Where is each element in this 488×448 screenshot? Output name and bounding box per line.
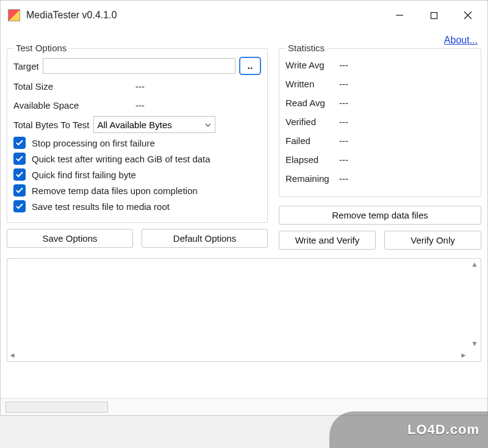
stat-label: Read Avg (285, 98, 339, 108)
stat-value: --- (339, 117, 348, 127)
scroll-up-icon: ▲ (471, 260, 478, 269)
scroll-left-icon: ◄ (9, 351, 16, 359)
output-area: ▲ ▼ ◄ ► (7, 258, 481, 362)
checkbox-label: Save test results file to media root (32, 201, 170, 212)
title-bar: MediaTester v0.4.1.0 (1, 1, 487, 30)
checkbox-label: Quick find first failing byte (32, 170, 136, 180)
vertical-scrollbar[interactable]: ▲ ▼ (468, 259, 481, 349)
close-button[interactable] (451, 3, 485, 27)
stat-value: --- (339, 60, 348, 70)
browse-button[interactable]: .. (239, 57, 261, 75)
stat-row: Verified --- (285, 114, 475, 129)
chevron-down-icon (205, 120, 211, 129)
checkbox-icon (13, 137, 26, 149)
stat-label: Elapsed (285, 154, 339, 165)
default-options-button[interactable]: Default Options (142, 229, 268, 248)
checkbox-icon (13, 153, 26, 165)
svg-rect-1 (431, 12, 437, 18)
statistics-group: Statistics Write Avg --- Written --- Rea… (279, 48, 481, 197)
stat-label: Written (285, 79, 339, 89)
left-column: Test Options Target .. Total Size --- Av… (7, 48, 268, 250)
app-window: MediaTester v0.4.1.0 About... Test Optio… (0, 0, 488, 416)
stat-row: Write Avg --- (285, 57, 475, 73)
output-content[interactable] (7, 259, 468, 349)
target-label: Target (13, 61, 39, 71)
about-link[interactable]: About... (444, 35, 478, 46)
test-options-group: Test Options Target .. Total Size --- Av… (7, 48, 268, 223)
stat-row: Elapsed --- (285, 151, 475, 167)
checkbox-label: Quick test after writing each GiB of tes… (32, 154, 210, 164)
target-input[interactable] (43, 58, 235, 74)
window-title: MediaTester v0.4.1.0 (26, 10, 382, 21)
stat-label: Remaining (285, 173, 339, 184)
stat-row: Remaining --- (285, 170, 475, 186)
stat-value: --- (339, 79, 348, 89)
checkbox-icon (13, 184, 26, 197)
stat-label: Verified (285, 117, 339, 127)
checkbox-label: Remove temp data files upon completion (32, 186, 198, 196)
stat-value: --- (339, 173, 348, 184)
minimize-button[interactable] (382, 3, 417, 27)
stat-label: Write Avg (285, 60, 339, 70)
stat-row: Read Avg --- (285, 95, 475, 110)
remove-temp-button[interactable]: Remove temp data files (279, 206, 481, 225)
verify-only-button[interactable]: Verify Only (384, 231, 481, 250)
stat-value: --- (339, 154, 348, 165)
checkbox-row[interactable]: Save test results file to media root (13, 200, 261, 212)
save-options-button[interactable]: Save Options (7, 229, 133, 248)
watermark: LO4D.com (329, 411, 488, 448)
scroll-down-icon: ▼ (471, 339, 478, 348)
scroll-right-icon: ► (460, 351, 467, 359)
maximize-button[interactable] (417, 3, 451, 27)
available-space-value: --- (135, 100, 145, 110)
stat-row: Failed --- (285, 132, 475, 148)
app-icon (8, 9, 20, 21)
checkbox-row[interactable]: Stop processing on first failure (13, 137, 261, 149)
total-size-value: --- (135, 81, 145, 92)
stat-value: --- (339, 98, 348, 108)
stat-row: Written --- (285, 76, 475, 92)
checkbox-row[interactable]: Remove temp data files upon completion (13, 184, 261, 197)
right-column: Statistics Write Avg --- Written --- Rea… (279, 48, 481, 250)
status-well (5, 402, 108, 413)
write-verify-button[interactable]: Write and Verify (279, 231, 376, 250)
horizontal-scrollbar[interactable]: ◄ ► (7, 349, 468, 361)
checkbox-row[interactable]: Quick test after writing each GiB of tes… (13, 153, 261, 165)
checkbox-row[interactable]: Quick find first failing byte (13, 168, 261, 181)
checkbox-icon (13, 168, 26, 181)
checkbox-icon (13, 200, 26, 212)
bytes-to-test-selected: All Available Bytes (98, 120, 172, 130)
stat-label: Failed (285, 135, 339, 146)
stat-value: --- (339, 135, 348, 146)
client-area: About... Test Options Target .. Total Si… (1, 30, 487, 368)
statistics-legend: Statistics (285, 43, 327, 53)
checkbox-label: Stop processing on first failure (32, 138, 155, 148)
available-space-label: Available Space (13, 100, 135, 110)
bytes-to-test-label: Total Bytes To Test (13, 120, 90, 130)
test-options-legend: Test Options (13, 43, 69, 53)
total-size-label: Total Size (13, 81, 135, 92)
bytes-to-test-select[interactable]: All Available Bytes (93, 116, 215, 133)
watermark-text: LO4D.com (407, 422, 479, 438)
